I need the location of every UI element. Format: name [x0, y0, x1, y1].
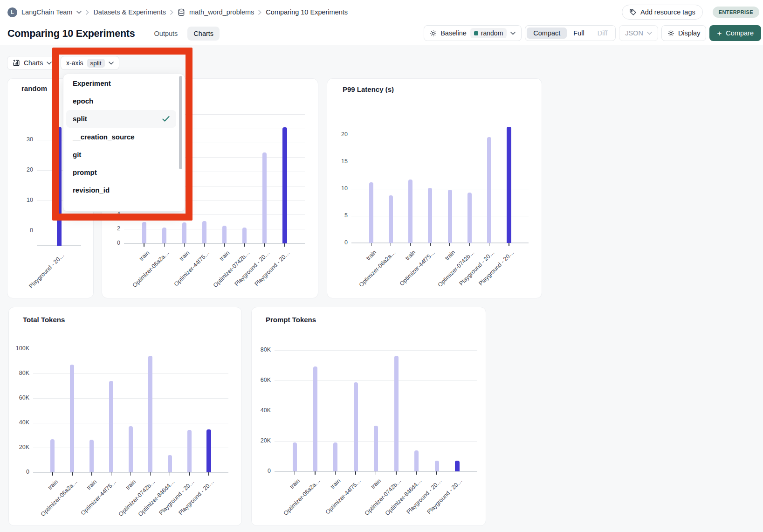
chevron-down-icon[interactable]: [76, 11, 82, 14]
bar[interactable]: [182, 222, 186, 243]
xaxis-menu-item-git[interactable]: git: [63, 145, 185, 163]
charts-menu-button[interactable]: Charts: [7, 56, 57, 70]
density-compact[interactable]: Compact: [527, 28, 567, 39]
bar-baseline-experiment[interactable]: [507, 127, 511, 243]
bar[interactable]: [414, 450, 419, 471]
bar[interactable]: [467, 193, 472, 243]
x-tick-label: Optimizer-846d4…: [137, 478, 176, 518]
bar[interactable]: [313, 366, 317, 471]
bar[interactable]: [389, 195, 393, 243]
menu-item-label: git: [73, 151, 81, 159]
bar[interactable]: [374, 426, 378, 471]
xaxis-menu-item-experiment[interactable]: Experiment: [63, 74, 185, 92]
chart-card-p99-latency: P99 Latency (s) 20151050trainOptimizer-0…: [327, 78, 542, 298]
bar[interactable]: [148, 356, 152, 473]
bar[interactable]: [109, 381, 113, 472]
bar[interactable]: [394, 356, 399, 471]
x-tick-mark: [184, 243, 185, 247]
display-button[interactable]: Display: [661, 25, 707, 41]
scrollbar-thumb[interactable]: [179, 76, 182, 169]
bar[interactable]: [89, 440, 94, 472]
bar[interactable]: [242, 228, 247, 243]
density-full[interactable]: Full: [567, 28, 591, 39]
bar[interactable]: [222, 226, 227, 244]
xaxis-selector-button[interactable]: x-axis split: [61, 56, 119, 70]
bar[interactable]: [435, 461, 439, 471]
bar[interactable]: [448, 190, 452, 243]
y-tick-label: 20K: [9, 444, 29, 450]
display-label: Display: [678, 29, 701, 37]
y-tick-label: 0: [100, 240, 120, 246]
baseline-selector[interactable]: Baseline random: [424, 25, 522, 41]
y-tick-label: 2: [100, 225, 120, 232]
compare-button[interactable]: + Compare: [709, 25, 761, 41]
bar-baseline-experiment[interactable]: [282, 127, 287, 243]
density-segmented-control: Compact Full Diff: [525, 25, 616, 41]
baseline-color-swatch: [474, 31, 478, 35]
tab-charts[interactable]: Charts: [187, 27, 220, 41]
chevron-down-icon: [47, 62, 52, 65]
y-tick-label: 0: [13, 227, 33, 234]
gridline: [275, 350, 477, 351]
bar[interactable]: [293, 442, 297, 471]
x-tick-label: Playground - 20…: [478, 249, 516, 287]
bar-baseline-experiment[interactable]: [57, 127, 62, 246]
bar[interactable]: [129, 426, 133, 472]
x-tick-label: Optimizer-0742b…: [117, 478, 157, 518]
x-tick-mark: [457, 471, 458, 475]
compare-label: Compare: [726, 29, 754, 37]
xaxis-menu-item-creation-source[interactable]: __creation_source: [63, 128, 185, 145]
bar[interactable]: [262, 152, 267, 244]
bar[interactable]: [202, 221, 206, 243]
bar-baseline-experiment[interactable]: [206, 429, 211, 472]
bar[interactable]: [142, 222, 146, 243]
gridline: [124, 243, 305, 244]
bar[interactable]: [354, 382, 358, 471]
chart-title: Prompt Tokens: [266, 316, 316, 324]
bar[interactable]: [187, 430, 192, 472]
bar[interactable]: [487, 137, 491, 243]
bar[interactable]: [408, 180, 412, 243]
org-avatar[interactable]: L: [7, 7, 17, 17]
bar[interactable]: [168, 455, 172, 472]
bar[interactable]: [50, 439, 55, 472]
chart-card-prompt-tokens: Prompt Tokens 80K60K40K20K0trainOptimize…: [251, 307, 486, 526]
bar[interactable]: [333, 442, 337, 471]
xaxis-menu-item-prompt[interactable]: prompt: [63, 163, 185, 181]
y-tick-label: 80K: [250, 346, 271, 353]
x-tick-label: Playground - 20…: [234, 249, 271, 287]
baseline-value-chip: random: [470, 28, 507, 38]
x-tick-mark: [489, 243, 490, 246]
tab-outputs[interactable]: Outputs: [148, 27, 184, 41]
add-resource-tags-button[interactable]: Add resource tags: [622, 5, 703, 20]
chart-plot: 80K60K40K20K0trainOptimizer-06a2a…trainO…: [275, 343, 477, 471]
bar-baseline-experiment[interactable]: [455, 461, 460, 471]
breadcrumb-dataset[interactable]: math_word_problems: [189, 8, 254, 16]
y-tick-label: 20: [13, 166, 33, 173]
breadcrumb-team[interactable]: LangChain Team: [21, 8, 72, 16]
xaxis-menu-item-revision-id[interactable]: revision_id: [63, 181, 185, 199]
view-tabs: Outputs Charts: [148, 27, 220, 41]
xaxis-menu-item-split[interactable]: split: [66, 110, 176, 128]
x-tick-label: train: [47, 478, 59, 491]
x-tick-label: Playground - 20…: [254, 249, 291, 287]
bar[interactable]: [70, 365, 74, 472]
x-tick-mark: [315, 471, 316, 475]
x-tick-label: Optimizer-846d4…: [384, 477, 423, 517]
chart-card-total-tokens: Total Tokens 100K80K60K40K20K0trainOptim…: [8, 307, 242, 526]
x-tick-label: Playground - 20…: [406, 477, 443, 515]
bar[interactable]: [369, 182, 373, 243]
breadcrumb-section[interactable]: Datasets & Experiments: [93, 8, 166, 16]
check-icon: [162, 116, 170, 122]
x-tick-mark: [164, 243, 165, 247]
gridline: [351, 189, 529, 189]
xaxis-value-chip: split: [87, 59, 105, 68]
xaxis-menu-item-epoch[interactable]: epoch: [63, 92, 185, 110]
x-tick-mark: [264, 243, 265, 247]
bar[interactable]: [428, 188, 432, 243]
xaxis-label: x-axis: [66, 59, 83, 67]
menu-item-label: split: [73, 115, 87, 123]
bar[interactable]: [162, 228, 166, 243]
x-tick-label: Optimizer-44f75…: [173, 249, 211, 288]
breadcrumb: L LangChain Team Datasets & Experiments …: [7, 5, 759, 20]
